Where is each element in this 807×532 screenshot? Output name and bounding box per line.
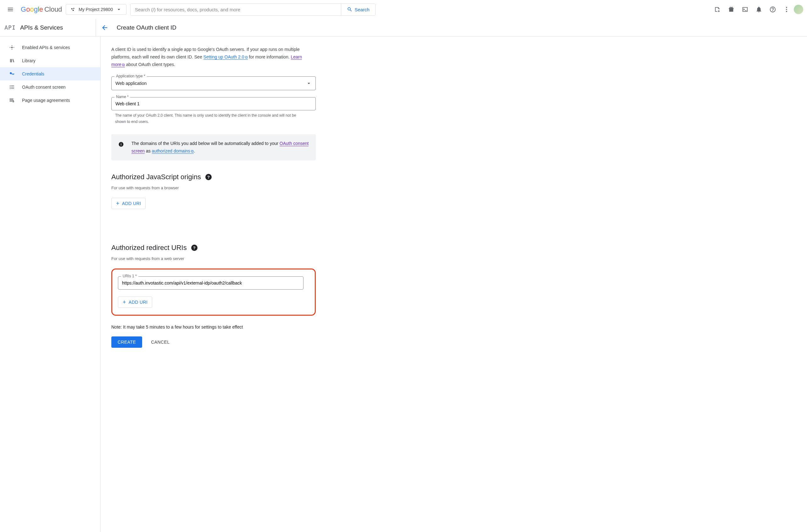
consent-icon — [9, 84, 15, 90]
sidebar-item-label: OAuth consent screen — [22, 84, 66, 90]
form-actions: CREATE CANCEL — [111, 337, 335, 348]
chevron-down-icon — [116, 6, 122, 12]
project-icon — [71, 7, 75, 12]
create-button[interactable]: CREATE — [111, 337, 142, 348]
more-button[interactable] — [780, 3, 793, 16]
svg-point-2 — [73, 10, 74, 11]
section-title: APIs & Services — [18, 24, 96, 31]
name-field: Name * The name of your OAuth 2.0 client… — [111, 97, 316, 125]
sidebar-item-label: Enabled APIs & services — [22, 45, 70, 50]
sidebar-item-label: Library — [22, 58, 36, 63]
svg-point-1 — [73, 8, 74, 9]
external-link-icon: ⧉ — [122, 62, 125, 67]
menu-icon — [7, 6, 14, 13]
setup-oauth-link[interactable]: Setting up OAuth 2.0⧉ — [204, 54, 248, 60]
chevron-down-icon — [306, 80, 312, 86]
help-icon[interactable]: ? — [191, 245, 198, 251]
svg-rect-7 — [121, 144, 121, 145]
sidebar-item-label: Page usage agreements — [22, 98, 70, 103]
key-icon — [9, 71, 15, 77]
tutorials-button[interactable] — [711, 3, 724, 16]
intro-text: A client ID is used to identify a single… — [111, 46, 313, 68]
global-header: Google Cloud My Project 29800 Search — [0, 0, 807, 19]
sidebar-item-oauth-consent[interactable]: OAuth consent screen — [0, 80, 100, 94]
doc-plus-icon — [714, 6, 721, 13]
svg-point-3 — [786, 7, 787, 8]
redirect-uri-1-field: URIs 1 * — [118, 277, 303, 290]
google-cloud-logo[interactable]: Google Cloud — [21, 5, 62, 14]
header-actions — [711, 3, 803, 16]
search-input[interactable] — [131, 4, 341, 15]
redirect-uris-callout: URIs 1 * + ADD URI — [111, 268, 316, 316]
search-button[interactable]: Search — [341, 4, 375, 15]
js-origins-subtext: For use with requests from a browser — [111, 186, 335, 190]
hamburger-menu-button[interactable] — [4, 3, 17, 16]
svg-point-0 — [71, 8, 73, 10]
section-header-row: API APIs & Services Create OAuth client … — [0, 19, 807, 36]
svg-rect-8 — [121, 143, 121, 144]
redirect-uri-1-input[interactable] — [118, 277, 303, 290]
global-search: Search — [130, 3, 376, 16]
cloud-word: Cloud — [44, 5, 62, 14]
sidebar-item-page-usage[interactable]: Page usage agreements — [0, 94, 100, 107]
authorized-domains-link[interactable]: authorized domains⧉ — [152, 148, 194, 154]
name-input[interactable] — [111, 97, 316, 110]
gift-icon — [728, 6, 735, 13]
application-type-select[interactable]: Web application — [111, 76, 316, 90]
field-label: URIs 1 * — [121, 274, 138, 278]
redirect-uris-heading: Authorized redirect URIs ? — [111, 244, 335, 252]
field-label: Application type * — [114, 74, 147, 78]
plus-icon: + — [123, 299, 126, 305]
search-icon — [347, 6, 353, 12]
uri-info-box: The domains of the URIs you add below wi… — [111, 134, 316, 161]
sidebar-item-library[interactable]: Library — [0, 54, 100, 67]
js-origins-heading: Authorized JavaScript origins ? — [111, 173, 335, 181]
bell-icon — [755, 6, 762, 13]
main-content: A client ID is used to identify a single… — [101, 36, 346, 532]
api-badge: API — [2, 24, 18, 31]
free-trial-button[interactable] — [725, 3, 738, 16]
enabled-apis-icon — [9, 44, 15, 51]
sidebar-item-enabled-apis[interactable]: Enabled APIs & services — [0, 41, 100, 54]
info-icon — [118, 141, 124, 147]
body: Enabled APIs & services Library Credenti… — [0, 36, 807, 532]
page-title: Create OAuth client ID — [117, 24, 176, 31]
external-link-icon: ⧉ — [191, 149, 194, 153]
user-avatar[interactable] — [794, 5, 803, 14]
sidebar: Enabled APIs & services Library Credenti… — [0, 36, 101, 532]
svg-point-5 — [786, 11, 787, 12]
application-type-field: Application type * Web application — [111, 76, 316, 90]
name-helper-text: The name of your OAuth 2.0 client. This … — [111, 113, 297, 125]
sidebar-item-label: Credentials — [22, 71, 44, 76]
redirect-uris-subtext: For use with requests from a web server — [111, 256, 335, 261]
cloud-shell-button[interactable] — [738, 3, 752, 16]
add-js-origin-button[interactable]: + ADD URI — [111, 198, 146, 209]
settings-delay-note: Note: It may take 5 minutes to a few hou… — [111, 324, 335, 329]
arrow-left-icon — [101, 24, 109, 32]
help-button[interactable] — [766, 3, 779, 16]
sidebar-item-credentials[interactable]: Credentials — [0, 67, 100, 80]
cancel-button[interactable]: CANCEL — [151, 340, 170, 345]
settings-list-icon — [9, 97, 15, 103]
add-redirect-uri-button[interactable]: + ADD URI — [118, 297, 152, 308]
plus-icon: + — [116, 201, 119, 206]
google-wordmark: Google — [21, 5, 43, 14]
help-icon[interactable]: ? — [205, 174, 212, 180]
external-link-icon: ⧉ — [245, 55, 248, 59]
more-vert-icon — [783, 6, 790, 13]
select-value: Web application — [115, 81, 147, 86]
field-label: Name * — [114, 95, 130, 99]
library-icon — [9, 58, 15, 64]
back-button[interactable] — [99, 22, 110, 33]
notifications-button[interactable] — [752, 3, 766, 16]
terminal-icon — [742, 6, 749, 13]
help-circle-icon — [769, 6, 776, 13]
project-picker[interactable]: My Project 29800 — [66, 4, 127, 15]
project-name: My Project 29800 — [79, 7, 113, 12]
svg-point-4 — [786, 9, 787, 10]
